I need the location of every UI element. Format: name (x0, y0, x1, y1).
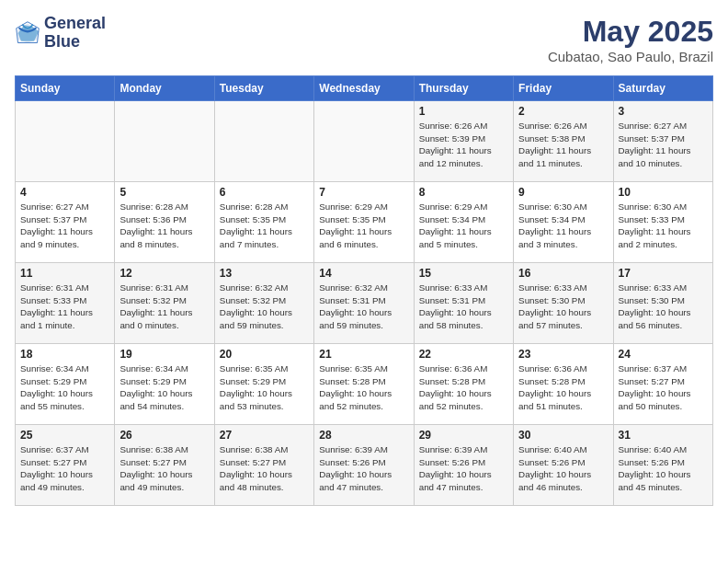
day-info: Sunrise: 6:26 AM Sunset: 5:39 PM Dayligh… (419, 120, 508, 170)
day-info: Sunrise: 6:38 AM Sunset: 5:27 PM Dayligh… (119, 443, 209, 494)
calendar-cell: 1Sunrise: 6:26 AM Sunset: 5:39 PM Daylig… (414, 101, 513, 182)
calendar-week-row: 11Sunrise: 6:31 AM Sunset: 5:33 PM Dayli… (16, 263, 713, 344)
day-info: Sunrise: 6:37 AM Sunset: 5:27 PM Dayligh… (619, 362, 708, 413)
calendar-cell: 13Sunrise: 6:32 AM Sunset: 5:32 PM Dayli… (214, 263, 313, 344)
day-number: 4 (20, 186, 109, 199)
calendar-cell: 8Sunrise: 6:29 AM Sunset: 5:34 PM Daylig… (414, 182, 513, 263)
calendar-cell: 24Sunrise: 6:37 AM Sunset: 5:27 PM Dayli… (613, 344, 712, 425)
calendar-cell (314, 101, 414, 182)
weekday-header: Friday (514, 76, 613, 101)
day-number: 15 (419, 267, 508, 280)
day-number: 16 (518, 267, 608, 280)
day-number: 27 (220, 429, 309, 442)
day-number: 8 (419, 186, 508, 199)
calendar-cell: 30Sunrise: 6:40 AM Sunset: 5:26 PM Dayli… (514, 425, 613, 506)
day-number: 11 (20, 267, 109, 280)
calendar-cell (115, 101, 214, 182)
calendar-cell: 26Sunrise: 6:38 AM Sunset: 5:27 PM Dayli… (115, 425, 214, 506)
calendar-cell: 16Sunrise: 6:33 AM Sunset: 5:30 PM Dayli… (514, 263, 613, 344)
weekday-header: Monday (115, 76, 214, 101)
calendar-cell: 31Sunrise: 6:40 AM Sunset: 5:26 PM Dayli… (613, 425, 712, 506)
day-info: Sunrise: 6:33 AM Sunset: 5:31 PM Dayligh… (419, 282, 508, 332)
calendar-cell (214, 101, 313, 182)
day-number: 9 (518, 186, 608, 199)
day-number: 26 (119, 429, 209, 442)
calendar-week-row: 25Sunrise: 6:37 AM Sunset: 5:27 PM Dayli… (16, 425, 713, 506)
weekday-header: Saturday (613, 76, 712, 101)
logo-text: General Blue (44, 15, 106, 52)
day-info: Sunrise: 6:34 AM Sunset: 5:29 PM Dayligh… (20, 362, 109, 413)
day-info: Sunrise: 6:36 AM Sunset: 5:28 PM Dayligh… (419, 362, 508, 413)
month-title: May 2025 (548, 15, 713, 49)
calendar-cell: 29Sunrise: 6:39 AM Sunset: 5:26 PM Dayli… (414, 425, 513, 506)
calendar-cell: 11Sunrise: 6:31 AM Sunset: 5:33 PM Dayli… (16, 263, 115, 344)
calendar-cell: 10Sunrise: 6:30 AM Sunset: 5:33 PM Dayli… (613, 182, 712, 263)
day-number: 7 (319, 186, 408, 199)
day-info: Sunrise: 6:39 AM Sunset: 5:26 PM Dayligh… (319, 443, 408, 494)
calendar-cell: 12Sunrise: 6:31 AM Sunset: 5:32 PM Dayli… (115, 263, 214, 344)
calendar-cell: 4Sunrise: 6:27 AM Sunset: 5:37 PM Daylig… (16, 182, 115, 263)
day-info: Sunrise: 6:38 AM Sunset: 5:27 PM Dayligh… (220, 443, 309, 494)
day-info: Sunrise: 6:35 AM Sunset: 5:28 PM Dayligh… (319, 362, 408, 413)
day-number: 2 (518, 105, 608, 118)
calendar-table: SundayMondayTuesdayWednesdayThursdayFrid… (15, 75, 713, 506)
calendar-cell: 20Sunrise: 6:35 AM Sunset: 5:29 PM Dayli… (214, 344, 313, 425)
day-number: 21 (319, 348, 408, 361)
day-number: 3 (619, 105, 708, 118)
calendar-cell: 19Sunrise: 6:34 AM Sunset: 5:29 PM Dayli… (115, 344, 214, 425)
day-info: Sunrise: 6:31 AM Sunset: 5:32 PM Dayligh… (119, 282, 209, 332)
calendar-cell: 14Sunrise: 6:32 AM Sunset: 5:31 PM Dayli… (314, 263, 414, 344)
day-info: Sunrise: 6:37 AM Sunset: 5:27 PM Dayligh… (20, 443, 109, 494)
day-number: 13 (220, 267, 309, 280)
day-number: 31 (619, 429, 708, 442)
calendar-body: 1Sunrise: 6:26 AM Sunset: 5:39 PM Daylig… (16, 101, 713, 506)
day-number: 18 (20, 348, 109, 361)
day-info: Sunrise: 6:39 AM Sunset: 5:26 PM Dayligh… (419, 443, 508, 494)
day-number: 19 (119, 348, 209, 361)
calendar-cell: 22Sunrise: 6:36 AM Sunset: 5:28 PM Dayli… (414, 344, 513, 425)
weekday-row: SundayMondayTuesdayWednesdayThursdayFrid… (16, 76, 713, 101)
calendar-cell: 27Sunrise: 6:38 AM Sunset: 5:27 PM Dayli… (214, 425, 313, 506)
calendar-week-row: 4Sunrise: 6:27 AM Sunset: 5:37 PM Daylig… (16, 182, 713, 263)
weekday-header: Thursday (414, 76, 513, 101)
day-info: Sunrise: 6:35 AM Sunset: 5:29 PM Dayligh… (220, 362, 309, 413)
calendar-cell: 9Sunrise: 6:30 AM Sunset: 5:34 PM Daylig… (514, 182, 613, 263)
day-info: Sunrise: 6:30 AM Sunset: 5:34 PM Dayligh… (518, 201, 608, 251)
day-info: Sunrise: 6:28 AM Sunset: 5:35 PM Dayligh… (220, 201, 309, 251)
page-header: General Blue May 2025 Cubatao, Sao Paulo… (15, 15, 713, 64)
day-info: Sunrise: 6:32 AM Sunset: 5:31 PM Dayligh… (319, 282, 408, 332)
calendar-cell: 6Sunrise: 6:28 AM Sunset: 5:35 PM Daylig… (214, 182, 313, 263)
day-number: 30 (518, 429, 608, 442)
day-number: 25 (20, 429, 109, 442)
day-info: Sunrise: 6:26 AM Sunset: 5:38 PM Dayligh… (518, 120, 608, 170)
day-number: 10 (619, 186, 708, 199)
day-info: Sunrise: 6:34 AM Sunset: 5:29 PM Dayligh… (119, 362, 209, 413)
location: Cubatao, Sao Paulo, Brazil (548, 49, 713, 64)
day-info: Sunrise: 6:28 AM Sunset: 5:36 PM Dayligh… (119, 201, 209, 251)
calendar-cell: 2Sunrise: 6:26 AM Sunset: 5:38 PM Daylig… (514, 101, 613, 182)
day-info: Sunrise: 6:31 AM Sunset: 5:33 PM Dayligh… (20, 282, 109, 332)
day-number: 24 (619, 348, 708, 361)
day-info: Sunrise: 6:36 AM Sunset: 5:28 PM Dayligh… (518, 362, 608, 413)
day-number: 6 (220, 186, 309, 199)
day-number: 17 (619, 267, 708, 280)
title-block: May 2025 Cubatao, Sao Paulo, Brazil (548, 15, 713, 64)
day-number: 14 (319, 267, 408, 280)
calendar-cell: 3Sunrise: 6:27 AM Sunset: 5:37 PM Daylig… (613, 101, 712, 182)
day-info: Sunrise: 6:27 AM Sunset: 5:37 PM Dayligh… (20, 201, 109, 251)
calendar-cell: 18Sunrise: 6:34 AM Sunset: 5:29 PM Dayli… (16, 344, 115, 425)
day-info: Sunrise: 6:40 AM Sunset: 5:26 PM Dayligh… (518, 443, 608, 494)
day-info: Sunrise: 6:33 AM Sunset: 5:30 PM Dayligh… (619, 282, 708, 332)
calendar-cell: 21Sunrise: 6:35 AM Sunset: 5:28 PM Dayli… (314, 344, 414, 425)
weekday-header: Wednesday (314, 76, 414, 101)
day-info: Sunrise: 6:33 AM Sunset: 5:30 PM Dayligh… (518, 282, 608, 332)
weekday-header: Tuesday (214, 76, 313, 101)
day-number: 20 (220, 348, 309, 361)
day-info: Sunrise: 6:30 AM Sunset: 5:33 PM Dayligh… (619, 201, 708, 251)
weekday-header: Sunday (16, 76, 115, 101)
calendar-cell: 17Sunrise: 6:33 AM Sunset: 5:30 PM Dayli… (613, 263, 712, 344)
day-info: Sunrise: 6:29 AM Sunset: 5:35 PM Dayligh… (319, 201, 408, 251)
day-info: Sunrise: 6:40 AM Sunset: 5:26 PM Dayligh… (619, 443, 708, 494)
logo: General Blue (15, 15, 106, 52)
calendar-cell: 15Sunrise: 6:33 AM Sunset: 5:31 PM Dayli… (414, 263, 513, 344)
